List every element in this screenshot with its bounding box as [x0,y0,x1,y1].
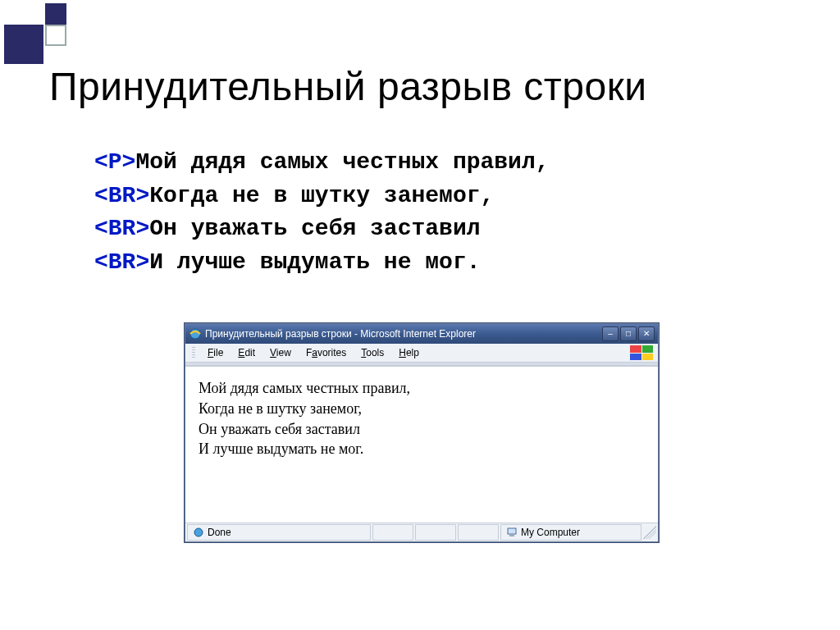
menu-label: ile [213,347,223,358]
code-text: Мой дядя самых честных правил, [135,149,549,175]
browser-content: Мой дядя самых честных правил, Когда не … [185,366,658,523]
svg-rect-2 [508,528,516,534]
svg-rect-3 [509,535,514,536]
deco-square [4,25,43,64]
window-titlebar[interactable]: Принудительный разрыв строки - Microsoft… [185,324,658,344]
ie-icon [193,527,204,538]
tag-br: <BR> [94,216,149,241]
status-zone: My Computer [521,527,580,538]
code-example: <P>Мой дядя самых честных правил, <BR>Ко… [94,146,550,279]
status-text: Done [208,527,231,538]
browser-window: Принудительный разрыв строки - Microsoft… [185,323,659,542]
tag-br: <BR> [94,183,149,208]
deco-square [45,3,66,25]
ie-icon [189,327,202,340]
slide: Принудительный разрыв строки <P>Мой дядя… [0,0,840,630]
menu-label: iew [276,347,291,358]
maximize-button[interactable]: □ [620,326,637,341]
menu-favorites[interactable]: Favorites [300,345,352,360]
resize-grip[interactable] [643,526,656,539]
rendered-line: Он уважать себя заставил [199,421,360,437]
status-bar: Done My Computer [185,523,658,541]
menu-label: vorites [317,347,346,358]
menu-bar: File Edit View Favorites Tools Help [185,344,658,363]
menu-label: dit [244,347,255,358]
status-panel: Done [187,524,371,541]
menu-label: elp [406,347,419,358]
tag-br: <BR> [94,249,149,275]
status-panel: My Computer [500,524,641,541]
toolbar-grip[interactable] [192,347,195,358]
menu-file[interactable]: File [202,345,229,360]
menu-edit[interactable]: Edit [232,345,261,360]
windows-flag-icon [630,345,653,360]
code-text: Он уважать себя заставил [149,216,480,241]
computer-icon [506,527,518,538]
menu-label: ools [366,347,384,358]
minimize-button[interactable]: – [602,326,619,341]
tag-p: <P> [94,149,135,175]
svg-point-0 [190,329,200,339]
svg-point-1 [194,528,203,536]
menu-help[interactable]: Help [393,345,425,360]
code-text: И лучше выдумать не мог. [149,249,480,275]
close-button[interactable]: ✕ [638,326,655,341]
window-title: Принудительный разрыв строки - Microsoft… [205,328,602,340]
rendered-line: И лучше выдумать не мог. [199,441,363,457]
page-title: Принудительный разрыв строки [49,64,647,109]
menu-view[interactable]: View [264,345,297,360]
rendered-line: Мой дядя самых честных правил, [199,380,410,396]
status-panel [458,524,499,541]
deco-square [45,25,66,46]
rendered-line: Когда не в шутку занемог, [199,400,362,417]
status-panel [372,524,413,541]
window-buttons: – □ ✕ [602,326,655,341]
menu-tools[interactable]: Tools [355,345,390,360]
status-panel [415,524,456,541]
code-text: Когда не в шутку занемог, [149,183,494,208]
